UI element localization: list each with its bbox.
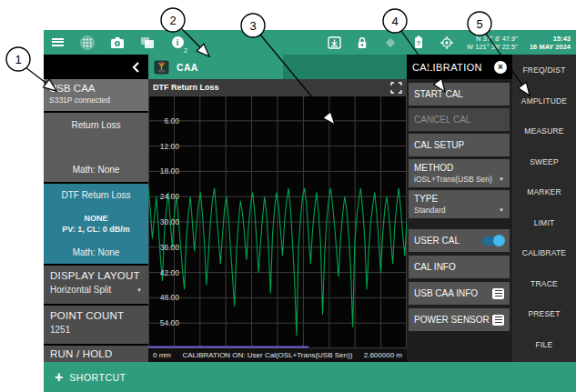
right-main-menu: FREQ/DIST AMPLITUDE MEASURE SWEEP MARKER…: [512, 55, 576, 362]
sidebar-item-display-layout[interactable]: DISPLAY LAYOUT Horizontal Split ▼: [44, 266, 148, 304]
cal-setup-button[interactable]: CAL SETUP: [409, 134, 510, 156]
dropdown-caret-icon: ▼: [499, 207, 504, 213]
type-value: Standard: [414, 206, 446, 215]
svg-text:48.00: 48.00: [160, 293, 180, 302]
device-title: USB CAA: [49, 83, 143, 94]
user-cal-row: USER CAL: [409, 229, 510, 252]
callout-5-number: 5: [476, 17, 482, 31]
sidebar-item-point-count[interactable]: POINT COUNT 1251: [44, 306, 148, 344]
figure-canvas: i 2: [0, 0, 576, 392]
lock-icon[interactable]: [354, 35, 370, 51]
menu-item-preset[interactable]: PRESET: [512, 309, 576, 318]
cancel-cal-button[interactable]: CANCEL CAL: [409, 108, 510, 131]
method-label: METHOD: [414, 163, 453, 173]
type-label: TYPE: [414, 194, 438, 204]
dtf-plot-area[interactable]: 6.0012.0018.0024.0030.0036.0042.0048.005…: [148, 95, 407, 348]
shortcut-button[interactable]: SHORTCUT: [69, 372, 126, 383]
menu-icon[interactable]: [49, 35, 66, 51]
sidebar-item-dtf-return-loss[interactable]: DTF Return Loss NONE PV: 1, CL: 0 dB/m M…: [44, 184, 148, 264]
cal-info-button[interactable]: CAL INFO: [409, 256, 510, 278]
power-sensor-button[interactable]: POWER SENSOR: [409, 308, 510, 331]
svg-text:18.00: 18.00: [160, 166, 180, 176]
device-status: S331P connected: [49, 95, 143, 105]
time: 15:43: [553, 35, 571, 43]
point-count-value: 1251: [50, 325, 70, 335]
type-dropdown[interactable]: TYPE Standard ▼: [409, 190, 510, 218]
dtf-plot-svg: 6.0012.0018.0024.0030.0036.0042.0048.005…: [148, 95, 407, 348]
display-layout-label: DISPLAY LAYOUT: [50, 270, 142, 281]
svg-text:36.00: 36.00: [160, 243, 180, 252]
method-value: iOSL+Trans(USB Sen): [414, 175, 492, 184]
apps-grid-icon[interactable]: [79, 35, 96, 51]
trace2-line2: PV: 1, CL: 0 dB/m: [62, 225, 130, 234]
sidebar-collapse-button[interactable]: [44, 55, 148, 79]
chevron-left-icon: [131, 61, 140, 74]
windows-icon[interactable]: [139, 35, 156, 51]
battery-icon[interactable]: ?: [410, 35, 427, 51]
menu-item-file[interactable]: FILE: [512, 340, 576, 349]
calibration-status: CALIBRATION ON: User Cal(OSL+Trans(USB S…: [182, 351, 352, 359]
sidebar-item-run-hold[interactable]: RUN / HOLD: [44, 346, 148, 362]
left-sidebar: USB CAA S331P connected Return Loss Math…: [44, 55, 148, 362]
clock[interactable]: 15:43 16 MAY 2024: [530, 35, 571, 51]
svg-text:24.00: 24.00: [160, 192, 180, 201]
menu-item-calibrate[interactable]: CALIBRATE: [512, 248, 576, 257]
menu-item-measure[interactable]: MEASURE: [512, 126, 576, 136]
menu-item-freq-dist[interactable]: FREQ/DIST: [512, 65, 576, 75]
menu-item-amplitude[interactable]: AMPLITUDE: [512, 96, 576, 106]
x-end-label: 2.600000 m: [364, 351, 402, 359]
calibration-panel-title: CALIBRATION: [412, 62, 482, 73]
fullscreen-icon[interactable]: [390, 82, 402, 94]
top-bar-right-icons: ? N 37° 8' 47.9" W 121° 39' 22.5": [326, 35, 571, 51]
camera-icon[interactable]: [109, 35, 126, 51]
svg-text:12.00: 12.00: [160, 142, 180, 151]
gps-latitude: N 37° 8' 47.9": [476, 35, 518, 43]
import-icon[interactable]: [326, 35, 342, 51]
trace2-line1: NONE: [84, 214, 107, 223]
measurement-area: CAA DTF Return Loss 6.0012.0018.0024.003…: [148, 55, 407, 362]
caa-app-icon: [154, 60, 169, 75]
svg-text:54.00: 54.00: [160, 318, 180, 327]
chart-header: DTF Return Loss: [148, 79, 407, 95]
list-icon: [492, 315, 504, 326]
tab-caa-label: CAA: [177, 62, 198, 73]
callout-1-number: 1: [15, 53, 21, 66]
svg-text:6.00: 6.00: [164, 116, 179, 126]
sidebar-item-usb-caa[interactable]: USB CAA S331P connected: [44, 79, 148, 111]
user-cal-label: USER CAL: [414, 236, 460, 246]
tag-icon[interactable]: [382, 35, 399, 51]
date: 16 MAY 2024: [530, 43, 571, 51]
gps-coordinates: N 37° 8' 47.9" W 121° 39' 22.5": [467, 35, 518, 51]
user-cal-toggle[interactable]: [482, 236, 504, 246]
menu-item-limit[interactable]: LIMIT: [512, 218, 576, 227]
instrument-app-window: i 2: [44, 30, 576, 392]
chart-status-bar: 0 mm CALIBRATION ON: User Cal(OSL+Trans(…: [148, 348, 407, 362]
menu-item-sweep[interactable]: SWEEP: [512, 157, 576, 166]
sidebar-item-return-loss[interactable]: Return Loss Math: None: [44, 113, 148, 182]
menu-item-marker[interactable]: MARKER: [512, 187, 576, 196]
trace2-title: DTF Return Loss: [61, 190, 130, 200]
shortcut-bar: + SHORTCUT: [44, 362, 576, 392]
trace2-math: Math: None: [73, 247, 120, 257]
callout-4-number: 4: [391, 15, 398, 28]
usb-caa-info-button[interactable]: USB CAA INFO: [409, 282, 510, 305]
calibration-panel: CALIBRATION × START CAL CANCEL CAL CAL S…: [407, 55, 512, 362]
gps-longitude: W 121° 39' 22.5": [467, 43, 518, 51]
top-bar-left-icons: i 2: [49, 35, 186, 51]
run-hold-label: RUN / HOLD: [50, 348, 142, 359]
start-cal-button[interactable]: START CAL: [409, 83, 510, 106]
dropdown-caret-icon: ▼: [499, 176, 504, 182]
callout-2-number: 2: [169, 14, 176, 27]
dropdown-caret-icon: ▼: [136, 287, 142, 293]
close-icon[interactable]: ×: [494, 61, 507, 74]
point-count-label: POINT COUNT: [50, 310, 142, 321]
svg-text:42.00: 42.00: [160, 268, 180, 277]
method-dropdown[interactable]: METHOD iOSL+Trans(USB Sen) ▼: [409, 159, 510, 187]
app-tab-bar: CAA: [148, 55, 407, 79]
gps-icon[interactable]: [439, 35, 455, 51]
trace1-title: Return Loss: [72, 120, 121, 130]
tab-caa[interactable]: CAA: [148, 55, 283, 79]
menu-item-trace[interactable]: TRACE: [512, 279, 576, 288]
svg-text:30.00: 30.00: [160, 217, 180, 226]
info-icon[interactable]: i 2: [169, 35, 186, 51]
